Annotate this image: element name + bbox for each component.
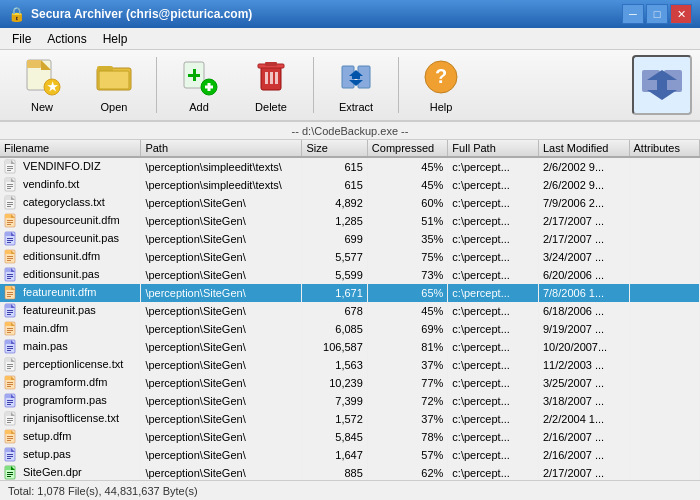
cell-modified: 2/16/2007 ... — [538, 446, 629, 464]
cell-path: \perception\SiteGen\ — [141, 284, 302, 302]
menu-help[interactable]: Help — [95, 30, 136, 48]
svg-rect-117 — [5, 412, 11, 416]
toolbar-sep-2 — [313, 57, 314, 113]
cell-attributes — [629, 194, 699, 212]
cell-compressed: 78% — [367, 428, 448, 446]
table-row[interactable]: rinjanisoftlicense.txt \perception\SiteG… — [0, 410, 700, 428]
cell-compressed: 45% — [367, 157, 448, 176]
cell-fullpath: c:\percept... — [448, 338, 539, 356]
cell-size: 1,647 — [302, 446, 367, 464]
table-row[interactable]: editionsunit.dfm \perception\SiteGen\ 5,… — [0, 248, 700, 266]
cell-path: \perception\SiteGen\ — [141, 230, 302, 248]
cell-modified: 7/8/2006 1... — [538, 284, 629, 302]
cell-path: \perception\SiteGen\ — [141, 338, 302, 356]
col-size[interactable]: Size — [302, 140, 367, 157]
file-list-body: VENDINFO.DIZ \perception\simpleedit\text… — [0, 157, 700, 480]
svg-rect-85 — [7, 314, 11, 315]
cell-modified: 10/20/2007... — [538, 338, 629, 356]
menu-file[interactable]: File — [4, 30, 39, 48]
svg-rect-97 — [7, 350, 11, 351]
table-row[interactable]: editionsunit.pas \perception\SiteGen\ 5,… — [0, 266, 700, 284]
cell-modified: 2/17/2007 ... — [538, 230, 629, 248]
cell-compressed: 65% — [367, 284, 448, 302]
table-header-row: Filename Path Size Compressed Full Path … — [0, 140, 700, 157]
col-attributes[interactable]: Attributes — [629, 140, 699, 157]
cell-path: \perception\SiteGen\ — [141, 392, 302, 410]
col-filename[interactable]: Filename — [0, 140, 141, 157]
table-row[interactable]: setup.pas \perception\SiteGen\ 1,647 57%… — [0, 446, 700, 464]
toolbar-add-button[interactable]: Add — [165, 54, 233, 116]
col-modified[interactable]: Last Modified — [538, 140, 629, 157]
cell-filename: main.pas — [0, 338, 141, 356]
table-row[interactable]: dupesourceunit.dfm \perception\SiteGen\ … — [0, 212, 700, 230]
svg-rect-91 — [7, 332, 11, 333]
svg-rect-55 — [7, 224, 11, 225]
table-row[interactable]: setup.dfm \perception\SiteGen\ 5,845 78%… — [0, 428, 700, 446]
toolbar-delete-button[interactable]: Delete — [237, 54, 305, 116]
svg-rect-102 — [7, 366, 13, 367]
table-row[interactable]: dupesourceunit.pas \perception\SiteGen\ … — [0, 230, 700, 248]
svg-rect-69 — [5, 268, 11, 272]
col-fullpath[interactable]: Full Path — [448, 140, 539, 157]
cell-modified: 2/2/2004 1... — [538, 410, 629, 428]
table-row[interactable]: SiteGen.dpr \perception\SiteGen\ 885 62%… — [0, 464, 700, 480]
file-list-scroll[interactable]: Filename Path Size Compressed Full Path … — [0, 140, 700, 480]
svg-rect-123 — [5, 430, 11, 434]
toolbar-help-button[interactable]: ? Help — [407, 54, 475, 116]
cell-modified: 3/18/2007 ... — [538, 392, 629, 410]
table-row[interactable]: main.pas \perception\SiteGen\ 106,587 81… — [0, 338, 700, 356]
table-row[interactable]: perceptionlicense.txt \perception\SiteGe… — [0, 356, 700, 374]
app-title: Secura Archiver (chris@picturica.com) — [31, 7, 622, 21]
cell-filename: featureunit.dfm — [0, 284, 141, 302]
svg-rect-39 — [5, 178, 11, 182]
cell-fullpath: c:\percept... — [448, 410, 539, 428]
maximize-button[interactable]: □ — [646, 4, 668, 24]
cell-fullpath: c:\percept... — [448, 446, 539, 464]
table-row[interactable]: main.dfm \perception\SiteGen\ 6,085 69% … — [0, 320, 700, 338]
col-compressed[interactable]: Compressed — [367, 140, 448, 157]
svg-rect-19 — [275, 72, 278, 84]
cell-size: 5,577 — [302, 248, 367, 266]
toolbar-open-button[interactable]: Open — [80, 54, 148, 116]
cell-path: \perception\SiteGen\ — [141, 446, 302, 464]
extract-icon — [336, 57, 376, 97]
cell-size: 1,285 — [302, 212, 367, 230]
cell-attributes — [629, 338, 699, 356]
window-controls: ─ □ ✕ — [622, 4, 692, 24]
svg-rect-133 — [7, 458, 11, 459]
menu-actions[interactable]: Actions — [39, 30, 94, 48]
cell-attributes — [629, 356, 699, 374]
cell-compressed: 62% — [367, 464, 448, 480]
toolbar-extract-button[interactable]: Extract — [322, 54, 390, 116]
delete-label: Delete — [255, 101, 287, 113]
table-row[interactable]: categoryclass.txt \perception\SiteGen\ 4… — [0, 194, 700, 212]
svg-rect-87 — [5, 322, 11, 326]
table-row[interactable]: programform.pas \perception\SiteGen\ 7,3… — [0, 392, 700, 410]
table-row[interactable]: programform.dfm \perception\SiteGen\ 10,… — [0, 374, 700, 392]
table-row[interactable]: VENDINFO.DIZ \perception\simpleedit\text… — [0, 157, 700, 176]
svg-rect-83 — [7, 310, 13, 311]
col-path[interactable]: Path — [141, 140, 302, 157]
cell-filename: perceptionlicense.txt — [0, 356, 141, 374]
table-row[interactable]: featureunit.pas \perception\SiteGen\ 678… — [0, 302, 700, 320]
minimize-button[interactable]: ─ — [622, 4, 644, 24]
cell-compressed: 60% — [367, 194, 448, 212]
cell-modified: 2/6/2002 9... — [538, 157, 629, 176]
table-row[interactable]: vendinfo.txt \perception\simpleedit\text… — [0, 176, 700, 194]
svg-rect-60 — [7, 240, 13, 241]
menubar: File Actions Help — [0, 28, 700, 50]
svg-rect-53 — [7, 220, 13, 221]
svg-rect-84 — [7, 312, 13, 313]
table-row[interactable]: featureunit.dfm \perception\SiteGen\ 1,6… — [0, 284, 700, 302]
svg-rect-89 — [7, 328, 13, 329]
cell-modified: 11/2/2003 ... — [538, 356, 629, 374]
cell-modified: 2/16/2007 ... — [538, 428, 629, 446]
svg-rect-95 — [7, 346, 13, 347]
close-button[interactable]: ✕ — [670, 4, 692, 24]
toolbar-new-button[interactable]: ★ New — [8, 54, 76, 116]
svg-rect-73 — [7, 278, 11, 279]
svg-rect-61 — [7, 242, 11, 243]
cell-path: \perception\simpleedit\texts\ — [141, 176, 302, 194]
toolbar-sep-1 — [156, 57, 157, 113]
cell-filename: VENDINFO.DIZ — [0, 157, 141, 176]
